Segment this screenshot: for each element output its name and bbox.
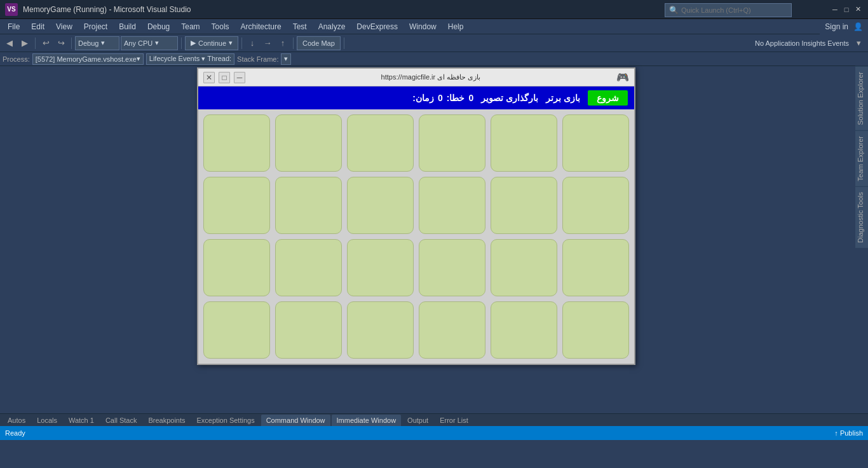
sign-in-link[interactable]: Sign in: [825, 22, 848, 31]
team-explorer-tab[interactable]: Team Explorer: [855, 130, 868, 186]
command-window-tab[interactable]: Command Window: [261, 415, 330, 426]
solution-explorer-tab[interactable]: Solution Explorer: [855, 66, 868, 130]
status-left: Ready: [5, 429, 25, 437]
game-start-button[interactable]: شروع: [588, 90, 628, 106]
error-label: خطا:: [447, 93, 465, 103]
output-tab[interactable]: Output: [402, 415, 433, 426]
step-into-button[interactable]: ↓: [245, 36, 259, 50]
game-card[interactable]: [562, 177, 629, 234]
game-card[interactable]: [275, 301, 342, 359]
breakpoints-tab[interactable]: Breakpoints: [143, 415, 190, 426]
menu-window[interactable]: Window: [404, 20, 442, 34]
back-button[interactable]: ◀: [3, 36, 17, 50]
game-card[interactable]: [203, 239, 270, 296]
game-card[interactable]: [562, 239, 629, 296]
game-card[interactable]: [275, 114, 342, 172]
lifecycle-dropdown[interactable]: Lifecycle Events ▾ Thread:: [146, 53, 234, 65]
code-map-button[interactable]: Code Map: [297, 36, 341, 50]
exception-settings-tab[interactable]: Exception Settings: [192, 415, 260, 426]
maximize-button[interactable]: □: [841, 4, 851, 15]
cpu-dropdown[interactable]: Any CPU ▾: [121, 36, 178, 50]
menu-build[interactable]: Build: [114, 20, 141, 34]
game-grid: [198, 109, 634, 364]
game-card[interactable]: [491, 177, 557, 234]
sep3: [181, 38, 182, 49]
game-card[interactable]: [347, 301, 414, 359]
menu-debug[interactable]: Debug: [142, 20, 175, 34]
menu-tools[interactable]: Tools: [207, 20, 234, 34]
debug-mode-dropdown[interactable]: Debug ▾: [75, 36, 119, 50]
step-over-button[interactable]: →: [261, 36, 275, 50]
game-card[interactable]: [347, 177, 414, 234]
publish-button[interactable]: ↑ Publish: [834, 429, 863, 437]
game-title-text: بازی حافظه ای https://magicfile.ir: [249, 73, 613, 81]
time-label: زمان:: [412, 93, 434, 103]
game-minimize-button[interactable]: ─: [234, 72, 245, 83]
menu-help[interactable]: Help: [443, 20, 469, 34]
menu-test[interactable]: Test: [288, 20, 312, 34]
step-out-button[interactable]: ↑: [276, 36, 290, 50]
game-maximize-button[interactable]: □: [219, 72, 230, 83]
autos-tab[interactable]: Autos: [3, 415, 31, 426]
quick-launch[interactable]: 🔍: [665, 3, 792, 17]
game-card[interactable]: [203, 114, 270, 172]
menu-devexpress[interactable]: DevExpress: [351, 20, 403, 34]
call-stack-tab[interactable]: Call Stack: [100, 415, 142, 426]
undo-button[interactable]: ↩: [39, 36, 53, 50]
sep1: [35, 38, 36, 49]
error-value: 0: [468, 93, 473, 103]
game-card[interactable]: [275, 177, 342, 234]
game-card[interactable]: [562, 114, 629, 172]
game-load-button[interactable]: بارگذاری تصویر: [481, 93, 538, 103]
forward-button[interactable]: ▶: [18, 36, 32, 50]
locals-tab[interactable]: Locals: [32, 415, 62, 426]
time-value: 0: [438, 93, 443, 103]
game-best-button[interactable]: بازی برتر: [546, 93, 580, 103]
minimize-button[interactable]: ─: [830, 4, 840, 15]
menu-team[interactable]: Team: [176, 20, 205, 34]
game-card[interactable]: [562, 301, 629, 359]
user-icon: 👤: [853, 22, 863, 31]
menu-file[interactable]: File: [3, 20, 25, 34]
menu-edit[interactable]: Edit: [26, 20, 50, 34]
magicfile-icon: 🎮: [616, 71, 629, 83]
sep4: [241, 38, 242, 49]
watch1-tab[interactable]: Watch 1: [64, 415, 99, 426]
quick-launch-input[interactable]: [681, 6, 787, 14]
immediate-window-tab[interactable]: Immediate Window: [332, 415, 402, 426]
close-button[interactable]: ✕: [853, 4, 863, 15]
status-bar: Ready ↑ Publish: [0, 426, 868, 440]
game-card[interactable]: [347, 239, 414, 296]
diagnostic-tools-tab[interactable]: Diagnostic Tools: [855, 186, 868, 248]
game-card[interactable]: [419, 177, 485, 234]
continue-button[interactable]: ▶ Continue ▾: [185, 36, 238, 50]
game-card[interactable]: [275, 239, 342, 296]
redo-button[interactable]: ↪: [54, 36, 68, 50]
app-insights-text: No Application Insights Events: [755, 39, 849, 47]
app-insights-dropdown[interactable]: ▾: [851, 36, 865, 50]
menu-analyze[interactable]: Analyze: [313, 20, 351, 34]
game-card[interactable]: [347, 114, 414, 172]
game-close-button[interactable]: ✕: [203, 72, 215, 83]
stack-frame-dropdown[interactable]: ▾: [281, 53, 291, 65]
menu-view[interactable]: View: [51, 20, 78, 34]
game-card[interactable]: [491, 301, 557, 359]
game-card[interactable]: [491, 114, 557, 172]
sign-in-area: Sign in 👤: [820, 19, 868, 34]
game-card[interactable]: [203, 177, 270, 234]
search-icon: 🔍: [669, 6, 679, 15]
process-dropdown[interactable]: [5572] MemoryGame.vshost.exe ▾: [32, 53, 144, 65]
menu-architecture[interactable]: Architecture: [236, 20, 287, 34]
game-card[interactable]: [419, 114, 485, 172]
sep5: [293, 38, 294, 49]
game-card[interactable]: [419, 239, 485, 296]
menu-project[interactable]: Project: [79, 20, 112, 34]
right-panels: Solution Explorer Team Explorer Diagnost…: [855, 66, 868, 440]
app-insights-area: No Application Insights Events ▾: [755, 36, 865, 50]
sep6: [344, 38, 344, 49]
game-card[interactable]: [203, 301, 270, 359]
game-card[interactable]: [419, 301, 485, 359]
game-card[interactable]: [491, 239, 557, 296]
bottom-tabs: Autos Locals Watch 1 Call Stack Breakpoi…: [0, 413, 868, 426]
error-list-tab[interactable]: Error List: [435, 415, 473, 426]
